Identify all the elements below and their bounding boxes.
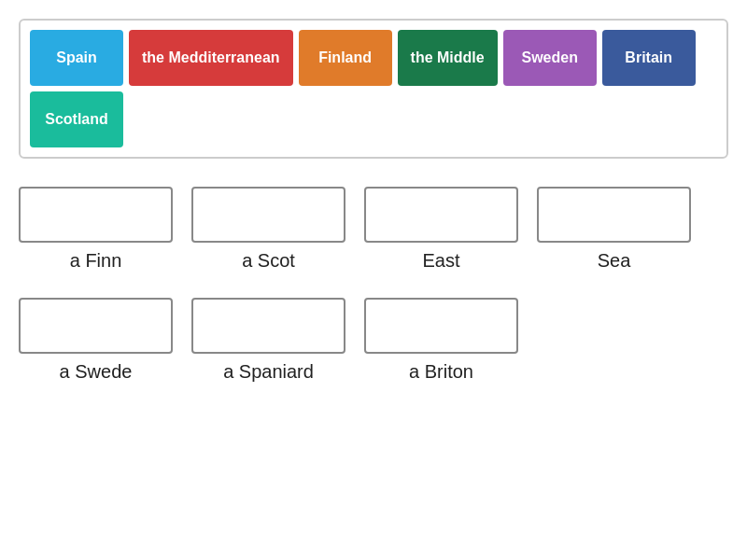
label-drop-swede: a Swede (60, 361, 133, 383)
drop-cell-drop-briton: a Briton (364, 298, 518, 383)
drop-cell-drop-east: East (364, 187, 518, 272)
label-drop-east: East (422, 250, 459, 272)
drop-cell-drop-finn: a Finn (19, 187, 173, 272)
drop-section-1: a Finna ScotEastSea (19, 187, 728, 279)
tile-scotland[interactable]: Scotland (30, 91, 123, 147)
drop-scot[interactable] (191, 187, 345, 243)
drop-cell-drop-swede: a Swede (19, 298, 173, 383)
drop-cell-drop-sea: Sea (537, 187, 691, 272)
drop-briton[interactable] (364, 298, 518, 354)
source-tiles-container: Spainthe MedditerraneanFinlandthe Middle… (19, 19, 728, 159)
label-drop-briton: a Briton (409, 361, 473, 383)
drop-finn[interactable] (19, 187, 173, 243)
tile-mediterranean[interactable]: the Medditerranean (129, 30, 293, 86)
tile-britain[interactable]: Britain (602, 30, 696, 86)
drop-spaniard[interactable] (191, 298, 345, 354)
tile-spain[interactable]: Spain (30, 30, 123, 86)
drop-east[interactable] (364, 187, 518, 243)
drop-section-2: a Swedea Spaniarda Briton (19, 298, 728, 390)
drop-sea[interactable] (537, 187, 691, 243)
drop-cell-drop-spaniard: a Spaniard (191, 298, 345, 383)
tile-finland[interactable]: Finland (299, 30, 392, 86)
label-drop-spaniard: a Spaniard (223, 361, 314, 383)
drop-swede[interactable] (19, 298, 173, 354)
drop-cell-drop-scot: a Scot (191, 187, 345, 272)
label-drop-finn: a Finn (70, 250, 122, 272)
label-drop-scot: a Scot (242, 250, 295, 272)
label-drop-sea: Sea (598, 250, 631, 272)
tile-sweden[interactable]: Sweden (503, 30, 597, 86)
drop-row-2: a Swedea Spaniarda Briton (19, 298, 728, 383)
drop-row-1: a Finna ScotEastSea (19, 187, 728, 272)
tile-the-middle[interactable]: the Middle (398, 30, 498, 86)
